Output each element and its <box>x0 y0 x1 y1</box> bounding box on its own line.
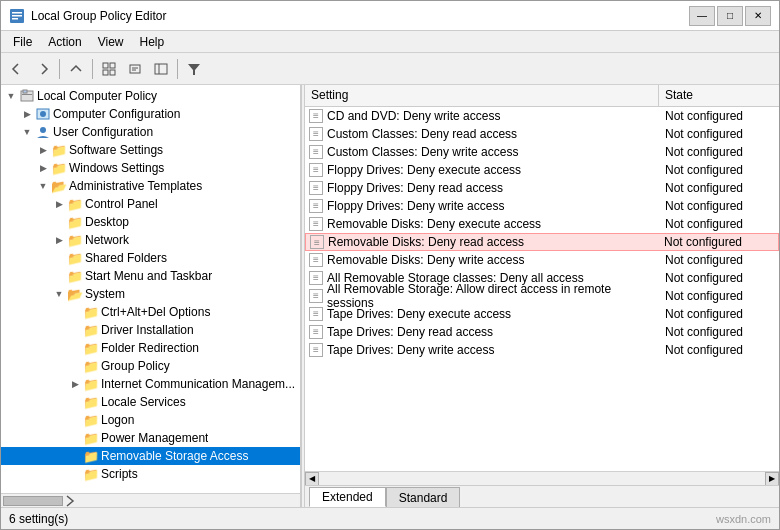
list-row[interactable]: ≡ Floppy Drives: Deny read access Not co… <box>305 179 779 197</box>
list-row[interactable]: ≡ Floppy Drives: Deny write access Not c… <box>305 197 779 215</box>
tree-item-gp[interactable]: ▶ 📁 Group Policy <box>1 357 300 375</box>
expander-ws[interactable]: ▶ <box>35 160 51 176</box>
properties-button[interactable] <box>123 57 147 81</box>
expander-sys[interactable]: ▼ <box>51 286 67 302</box>
back-button[interactable] <box>5 57 29 81</box>
close-button[interactable]: ✕ <box>745 6 771 26</box>
svg-rect-11 <box>155 64 167 74</box>
policy-icon: ≡ <box>309 163 323 177</box>
icm-icon: 📁 <box>83 377 99 391</box>
expander-at[interactable]: ▼ <box>35 178 51 194</box>
list-cell-setting: ≡ Floppy Drives: Deny execute access <box>305 162 659 178</box>
list-row[interactable]: ≡ Removable Disks: Deny execute access N… <box>305 215 779 233</box>
expander-icm[interactable]: ▶ <box>67 376 83 392</box>
tree-item-cad[interactable]: ▶ 📁 Ctrl+Alt+Del Options <box>1 303 300 321</box>
tree-item-ls[interactable]: ▶ 📁 Locale Services <box>1 393 300 411</box>
tree-item-at[interactable]: ▼ 📂 Administrative Templates <box>1 177 300 195</box>
list-cell-setting: ≡ Removable Disks: Deny execute access <box>305 216 659 232</box>
main-content: ▼ Local Computer Policy ▶ <box>1 85 779 507</box>
list-row[interactable]: ≡ Tape Drives: Deny read access Not conf… <box>305 323 779 341</box>
toolbar-separator-1 <box>59 59 60 79</box>
filter-button[interactable] <box>182 57 206 81</box>
status-text: 6 setting(s) <box>9 512 68 526</box>
scroll-left-arrow[interactable]: ◀ <box>305 472 319 486</box>
maximize-button[interactable]: □ <box>717 6 743 26</box>
menu-file[interactable]: File <box>5 33 40 51</box>
list-row[interactable]: ≡ Tape Drives: Deny write access Not con… <box>305 341 779 359</box>
tree-scroll[interactable]: ▼ Local Computer Policy ▶ <box>1 85 300 493</box>
svg-rect-8 <box>130 65 140 73</box>
menu-view[interactable]: View <box>90 33 132 51</box>
scroll-track[interactable] <box>319 474 765 484</box>
svg-point-19 <box>40 127 46 133</box>
expander-nw[interactable]: ▶ <box>51 232 67 248</box>
expander-cc[interactable]: ▶ <box>19 106 35 122</box>
toolbar-separator-3 <box>177 59 178 79</box>
tree-item-sf[interactable]: ▶ 📁 Shared Folders <box>1 249 300 267</box>
tree-item-pm[interactable]: ▶ 📁 Power Management <box>1 429 300 447</box>
list-scroll[interactable]: ≡ CD and DVD: Deny write access Not conf… <box>305 107 779 471</box>
policy-icon: ≡ <box>310 235 324 249</box>
list-row[interactable]: ≡ Removable Disks: Deny write access Not… <box>305 251 779 269</box>
list-row[interactable]: ≡ Tape Drives: Deny execute access Not c… <box>305 305 779 323</box>
di-icon: 📁 <box>83 323 99 337</box>
list-cell-setting: ≡ CD and DVD: Deny write access <box>305 108 659 124</box>
tree-item-ws[interactable]: ▶ 📁 Windows Settings <box>1 159 300 177</box>
tree-item-icm[interactable]: ▶ 📁 Internet Communication Managem... <box>1 375 300 393</box>
tree-scroll-thumb[interactable] <box>3 496 63 506</box>
tree-item-di[interactable]: ▶ 📁 Driver Installation <box>1 321 300 339</box>
right-scrollbar-x: ◀ ▶ <box>305 471 779 485</box>
list-row[interactable]: ≡ Floppy Drives: Deny execute access Not… <box>305 161 779 179</box>
tree-item-cp[interactable]: ▶ 📁 Control Panel <box>1 195 300 213</box>
extend-button[interactable] <box>149 57 173 81</box>
list-row[interactable]: ≡ All Removable Storage: Allow direct ac… <box>305 287 779 305</box>
ls-icon: 📁 <box>83 395 99 409</box>
col-state-header[interactable]: State <box>659 85 779 106</box>
list-row[interactable]: ≡ CD and DVD: Deny write access Not conf… <box>305 107 779 125</box>
list-cell-setting: ≡ Tape Drives: Deny execute access <box>305 306 659 322</box>
tree-item-lcp[interactable]: ▼ Local Computer Policy <box>1 87 300 105</box>
policy-icon: ≡ <box>309 253 323 267</box>
list-cell-setting-selected: ≡ Removable Disks: Deny read access <box>306 234 658 250</box>
tree-item-cc[interactable]: ▶ Computer Configuration <box>1 105 300 123</box>
list-row[interactable]: ≡ Custom Classes: Deny write access Not … <box>305 143 779 161</box>
window-controls: — □ ✕ <box>689 6 771 26</box>
forward-button[interactable] <box>31 57 55 81</box>
tree-item-lg[interactable]: ▶ 📁 Logon <box>1 411 300 429</box>
tab-standard[interactable]: Standard <box>386 487 461 507</box>
bottom-tabs: Extended Standard <box>305 485 779 507</box>
tree-item-dt[interactable]: ▶ 📁 Desktop <box>1 213 300 231</box>
tree-scroll-right[interactable] <box>63 494 77 508</box>
minimize-button[interactable]: — <box>689 6 715 26</box>
tree-item-fr[interactable]: ▶ 📁 Folder Redirection <box>1 339 300 357</box>
tree-item-st[interactable]: ▶ 📁 Start Menu and Taskbar <box>1 267 300 285</box>
show-hide-button[interactable] <box>97 57 121 81</box>
expander-cp[interactable]: ▶ <box>51 196 67 212</box>
tree-item-ss[interactable]: ▶ 📁 Software Settings <box>1 141 300 159</box>
expander-lcp[interactable]: ▼ <box>3 88 19 104</box>
policy-icon: ≡ <box>309 199 323 213</box>
expander-uc[interactable]: ▼ <box>19 124 35 140</box>
tree-item-sys[interactable]: ▼ 📂 System <box>1 285 300 303</box>
sc-icon: 📁 <box>83 467 99 481</box>
list-row-selected[interactable]: ≡ Removable Disks: Deny read access Not … <box>305 233 779 251</box>
cad-icon: 📁 <box>83 305 99 319</box>
col-setting-header[interactable]: Setting <box>305 85 659 106</box>
list-row[interactable]: ≡ Custom Classes: Deny read access Not c… <box>305 125 779 143</box>
window-title: Local Group Policy Editor <box>31 9 166 23</box>
tab-extended[interactable]: Extended <box>309 487 386 507</box>
tree-item-uc[interactable]: ▼ User Configuration <box>1 123 300 141</box>
menu-action[interactable]: Action <box>40 33 89 51</box>
title-bar-left: Local Group Policy Editor <box>9 8 166 24</box>
menu-help[interactable]: Help <box>132 33 173 51</box>
scroll-right-arrow[interactable]: ▶ <box>765 472 779 486</box>
expander-ss[interactable]: ▶ <box>35 142 51 158</box>
svg-rect-2 <box>12 15 22 17</box>
tree-item-sc[interactable]: ▶ 📁 Scripts <box>1 465 300 483</box>
list-cell-setting: ≡ Tape Drives: Deny read access <box>305 324 659 340</box>
tree-item-rsa[interactable]: ▶ 📁 Removable Storage Access <box>1 447 300 465</box>
policy-icon: ≡ <box>309 217 323 231</box>
tree-item-nw[interactable]: ▶ 📁 Network <box>1 231 300 249</box>
up-button[interactable] <box>64 57 88 81</box>
svg-rect-3 <box>12 18 18 20</box>
